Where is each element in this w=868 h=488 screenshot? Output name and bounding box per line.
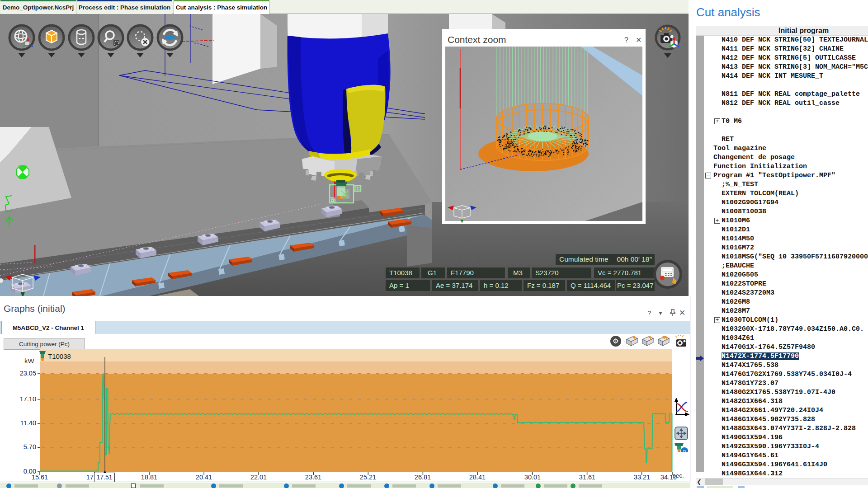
- svg-text:n: n: [683, 448, 686, 452]
- svg-text:?: ?: [624, 36, 628, 44]
- svg-text:✕: ✕: [636, 36, 642, 44]
- svg-text:Context zoom: Context zoom: [448, 34, 506, 45]
- svg-text:⚙: ⚙: [613, 337, 618, 345]
